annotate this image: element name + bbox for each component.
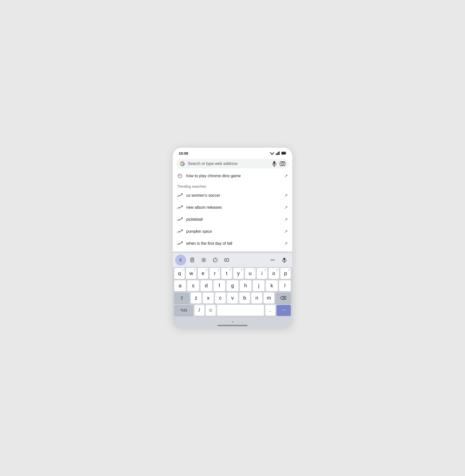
keyboard: ••• 1q 2w 3e 4r 5t 6y 7u 8i <box>173 252 292 329</box>
key-row-1: 1q 2w 3e 4r 5t 6y 7u 8i 9o 0p <box>174 268 291 279</box>
svg-rect-10 <box>282 152 285 154</box>
svg-rect-4 <box>276 154 277 155</box>
key-l[interactable]: l <box>279 280 291 291</box>
svg-point-30 <box>215 260 216 260</box>
svg-rect-5 <box>277 153 278 155</box>
history-text: how to play chrome dino game <box>186 174 281 178</box>
search-input[interactable]: Search or type web address <box>188 161 269 166</box>
suggestions-list: how to play chrome dino game ↗ Trending … <box>173 170 292 252</box>
status-icons <box>270 151 286 155</box>
key-c[interactable]: c <box>215 293 226 304</box>
bottom-bar: ⌄ <box>173 318 292 329</box>
key-w[interactable]: 2w <box>186 268 196 279</box>
svg-rect-16 <box>282 161 284 162</box>
svg-rect-20 <box>191 258 194 262</box>
trending-icon <box>177 229 183 234</box>
history-icon <box>177 173 183 179</box>
key-s[interactable]: s <box>187 280 199 291</box>
key-i[interactable]: 8i <box>257 268 267 279</box>
svg-rect-7 <box>279 151 280 155</box>
search-bar-wrap: Search or type web address <box>173 157 292 170</box>
trending-icon <box>177 217 183 222</box>
key-row-4: ?123 / ☺ . → <box>174 305 291 316</box>
camera-search-icon[interactable] <box>280 161 285 166</box>
key-q[interactable]: 1q <box>174 268 185 279</box>
trending-item-3[interactable]: pumpkin spice ↗ <box>173 225 292 237</box>
key-shift[interactable]: ⇧ <box>174 293 189 304</box>
signal-icon <box>276 151 280 155</box>
keyboard-rows: 1q 2w 3e 4r 5t 6y 7u 8i 9o 0p a s d f g … <box>173 267 292 318</box>
key-a[interactable]: a <box>174 280 186 291</box>
key-z[interactable]: z <box>191 293 201 304</box>
trending-arrow: ↗ <box>284 193 288 198</box>
key-o[interactable]: 9o <box>269 268 279 279</box>
trending-arrow: ↗ <box>284 217 288 222</box>
keyboard-back-btn[interactable] <box>175 255 186 266</box>
keyboard-settings-btn[interactable] <box>198 255 209 266</box>
key-row-3: ⇧ z x c v b n m ⌫ <box>174 293 291 304</box>
trending-icon <box>177 205 183 210</box>
key-p[interactable]: 0p <box>280 268 291 279</box>
key-symbols[interactable]: ?123 <box>174 305 193 316</box>
key-g[interactable]: g <box>226 280 238 291</box>
svg-point-27 <box>215 258 216 259</box>
google-logo <box>180 161 185 166</box>
home-indicator <box>217 325 248 326</box>
mic-icon[interactable] <box>272 161 277 166</box>
trending-text: pumpkin spice <box>186 229 281 234</box>
chevron-down-icon[interactable]: ⌄ <box>231 319 234 323</box>
trending-text: new album releases <box>186 205 281 210</box>
trending-item-4[interactable]: when is the first day of fall ↗ <box>173 237 292 250</box>
trending-arrow: ↗ <box>284 241 288 246</box>
history-item[interactable]: how to play chrome dino game ↗ <box>173 170 292 182</box>
svg-point-28 <box>216 260 217 261</box>
trending-label: Trending searches <box>173 182 292 189</box>
keyboard-theme-btn[interactable] <box>210 255 221 266</box>
keyboard-media-btn[interactable] <box>221 255 232 266</box>
keyboard-clipboard-btn[interactable] <box>187 255 198 266</box>
history-arrow: ↗ <box>284 173 288 179</box>
key-k[interactable]: k <box>266 280 278 291</box>
key-m[interactable]: m <box>264 293 274 304</box>
key-y[interactable]: 6y <box>233 268 244 279</box>
status-time: 10:00 <box>179 151 188 155</box>
key-enter[interactable]: → <box>277 305 291 316</box>
key-e[interactable]: 3e <box>198 268 208 279</box>
svg-point-25 <box>203 259 205 261</box>
trending-item-1[interactable]: new album releases ↗ <box>173 201 292 213</box>
trending-icon <box>177 193 183 198</box>
svg-point-29 <box>213 260 214 261</box>
wifi-icon <box>270 151 274 155</box>
key-b[interactable]: b <box>239 293 250 304</box>
key-h[interactable]: h <box>240 280 252 291</box>
key-slash[interactable]: / <box>194 305 204 316</box>
trending-items: us women's soccer ↗ new album releases ↗… <box>173 189 292 250</box>
key-t[interactable]: 5t <box>221 268 232 279</box>
key-period[interactable]: . <box>265 305 275 316</box>
trending-item-2[interactable]: pickleball ↗ <box>173 213 292 225</box>
key-f[interactable]: f <box>213 280 225 291</box>
key-u[interactable]: 7u <box>245 268 256 279</box>
key-v[interactable]: v <box>227 293 238 304</box>
keyboard-more-btn[interactable]: ••• <box>267 255 278 266</box>
key-j[interactable]: j <box>253 280 265 291</box>
svg-point-15 <box>282 163 284 165</box>
keyboard-mic-btn[interactable] <box>279 255 290 266</box>
trending-item-0[interactable]: us women's soccer ↗ <box>173 189 292 201</box>
key-backspace[interactable]: ⌫ <box>276 293 291 304</box>
svg-rect-32 <box>283 258 285 260</box>
status-bar: 10:00 <box>173 148 292 157</box>
key-space[interactable] <box>217 305 264 316</box>
search-bar[interactable]: Search or type web address <box>176 159 289 168</box>
key-row-2: a s d f g h j k l <box>174 280 291 291</box>
trending-text: when is the first day of fall <box>186 241 281 246</box>
key-d[interactable]: d <box>200 280 212 291</box>
key-n[interactable]: n <box>251 293 262 304</box>
svg-rect-9 <box>286 153 286 154</box>
trending-text: pickleball <box>186 217 281 222</box>
keyboard-toolbar: ••• <box>173 253 292 267</box>
key-x[interactable]: x <box>203 293 213 304</box>
key-emoji[interactable]: ☺ <box>206 305 216 316</box>
trending-arrow: ↗ <box>284 205 288 210</box>
key-r[interactable]: 4r <box>209 268 220 279</box>
